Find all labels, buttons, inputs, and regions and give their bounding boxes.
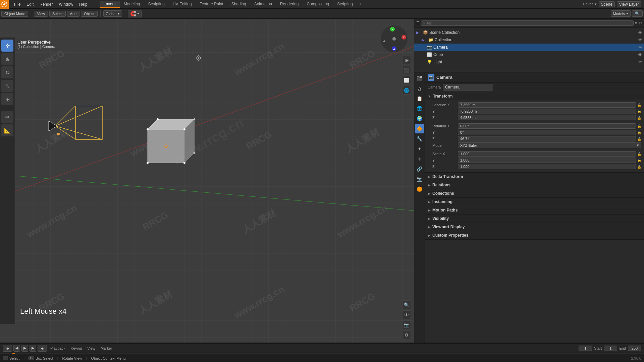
snap-toggle[interactable]: 🧲▾ (128, 10, 142, 17)
outliner-options-button[interactable]: ⚙ (638, 21, 642, 25)
shading-rendered[interactable]: 🌐 (402, 86, 411, 95)
menu-edit[interactable]: Edit (24, 1, 36, 7)
outliner-item-collection[interactable]: ▶ 📁 Collection 👁 (414, 36, 644, 44)
transform-orientation[interactable]: Global▾ (103, 10, 122, 17)
location-z-lock[interactable]: 🔒 (637, 116, 641, 120)
visibility-icon[interactable]: 👁 (638, 31, 642, 35)
menu-file[interactable]: File (11, 1, 23, 7)
prev-frame-button[interactable]: ◀ (13, 345, 20, 352)
scale-y-lock[interactable]: 🔒 (637, 159, 641, 162)
go-start-button[interactable]: ⏮ (3, 345, 12, 352)
material-props-button[interactable]: 🟠 (415, 184, 424, 194)
view-menu[interactable]: View (85, 346, 97, 351)
zoom-to-fit-button[interactable]: 🔍 (402, 300, 411, 309)
viewport-3d[interactable]: RRCG 人人素材 www.rrcg.cn RRCG 人人素材 www.rrcg… (0, 19, 414, 343)
object-props-button[interactable]: 🔶 (415, 124, 424, 133)
data-props-button[interactable]: 📷 (415, 174, 424, 184)
cursor-tool-button[interactable]: ✛ (1, 40, 13, 52)
particles-props-button[interactable]: ✦ (415, 144, 424, 154)
end-frame[interactable]: 250 (628, 346, 641, 351)
rotate-tool-button[interactable]: ↻ (1, 66, 13, 78)
visibility-icon-camera[interactable]: 👁 (638, 45, 642, 49)
next-frame-button[interactable]: ▶ (30, 345, 36, 352)
move-tool-button[interactable]: ⊕ (1, 53, 13, 65)
tab-sculpting[interactable]: Sculpting (144, 1, 169, 8)
location-y-lock[interactable]: 🔒 (637, 110, 641, 113)
add-menu[interactable]: Add (67, 11, 80, 17)
annotate-tool-button[interactable]: ✏ (1, 111, 13, 123)
outliner-item-camera[interactable]: 📷 Camera 👁 (414, 44, 644, 51)
axis-y-dot[interactable]: Y (390, 27, 395, 32)
measure-tool-button[interactable]: 📐 (1, 124, 13, 136)
mode-selector[interactable]: Object Mode (1, 11, 28, 17)
view-type-button[interactable]: ◉ (402, 56, 411, 64)
rotation-y-value[interactable]: 0° (458, 130, 636, 135)
add-workspace-button[interactable]: + (357, 1, 365, 8)
world-props-button[interactable]: 🌍 (415, 114, 424, 123)
delta-transform-header[interactable]: ▶ Delta Transform (425, 173, 644, 181)
viewport-shading[interactable]: Models▾ (611, 10, 631, 17)
object-name-input[interactable] (443, 84, 493, 90)
marker-menu[interactable]: Marker (99, 346, 114, 351)
toggle-visibility-button[interactable]: 👁 (402, 310, 411, 319)
go-end-button[interactable]: ⏭ (38, 345, 47, 352)
tab-rendering[interactable]: Rendering (276, 1, 303, 8)
search-button[interactable]: 🔍 (632, 10, 643, 17)
output-props-button[interactable]: 🖨 (415, 84, 424, 93)
outliner-item-light[interactable]: 💡 Light 👁 (414, 58, 644, 66)
menu-help[interactable]: Help (76, 1, 90, 7)
render-props-button[interactable]: 🎬 (415, 74, 424, 83)
custom-properties-header[interactable]: ▶ Custom Properties (425, 231, 644, 239)
outliner-item-cube[interactable]: ⬜ Cube 👁 (414, 51, 644, 58)
scale-z-lock[interactable]: 🔒 (637, 165, 641, 169)
select-menu[interactable]: Select (49, 11, 66, 17)
location-x-lock[interactable]: 🔒 (637, 103, 641, 107)
rotation-z-value[interactable]: 46.7° (458, 136, 636, 141)
visibility-icon-light[interactable]: 👁 (638, 60, 642, 64)
scale-x-value[interactable]: 1.000 (458, 151, 636, 157)
location-x-value[interactable]: 7.3589 m (458, 102, 636, 108)
axis-gizmo[interactable]: X Y Z -X (381, 25, 408, 52)
menu-window[interactable]: Window (56, 1, 76, 7)
camera-view-button[interactable]: 📷 (402, 320, 411, 329)
keying-menu[interactable]: Keying (69, 346, 84, 351)
tab-texture-paint[interactable]: Texture Paint (196, 1, 227, 8)
rotation-x-lock[interactable]: 🔒 (637, 124, 641, 128)
viewport-display-header[interactable]: ▶ Viewport Display (425, 223, 644, 231)
modifier-props-button[interactable]: 🔧 (415, 134, 424, 143)
scale-y-value[interactable]: 1.000 (458, 158, 636, 163)
shading-material[interactable]: ⬜ (402, 76, 411, 84)
transform-section-header[interactable]: ▼ Transform (425, 92, 644, 100)
relations-header[interactable]: ▶ Relations (425, 181, 644, 189)
physics-props-button[interactable]: ⚛ (415, 154, 424, 164)
scale-z-value[interactable]: 1.000 (458, 164, 636, 169)
properties-toggle-button[interactable]: ⚙ (402, 330, 411, 339)
scale-x-lock[interactable]: 🔒 (637, 152, 641, 156)
tab-modeling[interactable]: Modeling (120, 1, 144, 8)
shading-solid[interactable]: ⬛ (402, 66, 411, 74)
tab-layout[interactable]: Layout (100, 1, 120, 8)
tab-uv-editing[interactable]: UV Editing (169, 1, 196, 8)
menu-render[interactable]: Render (37, 1, 55, 7)
transform-tool-button[interactable]: ⊞ (1, 93, 13, 105)
rotation-y-lock[interactable]: 🔒 (637, 131, 641, 134)
location-y-value[interactable]: -6.9258 m (458, 109, 636, 114)
visibility-icon-collection[interactable]: 👁 (638, 38, 642, 42)
visibility-header[interactable]: ▶ Visibility (425, 215, 644, 223)
object-menu[interactable]: Object (81, 11, 98, 17)
outliner-search-input[interactable] (421, 20, 634, 26)
outliner-filter-button[interactable]: ▾ (635, 21, 637, 25)
playback-menu[interactable]: Playback (48, 346, 67, 351)
outliner-item-scene-collection[interactable]: ▶ 📦 Scene Collection 👁 (414, 29, 644, 36)
view-layer-selector[interactable]: View Layer (617, 1, 641, 7)
scene-selector[interactable]: Scene (599, 1, 615, 7)
visibility-icon-cube[interactable]: 👁 (638, 53, 642, 57)
rotation-x-value[interactable]: 63.6° (458, 123, 636, 129)
axis-x-neg-dot[interactable]: -X (382, 39, 386, 43)
axis-x-dot[interactable]: X (401, 35, 406, 40)
engine-selector[interactable]: Eevee ▾ (583, 2, 597, 6)
current-frame[interactable]: 1 (579, 346, 592, 351)
scene-props-button[interactable]: 🌐 (415, 104, 424, 113)
collections-header[interactable]: ▶ Collections (425, 189, 644, 197)
tab-shading[interactable]: Shading (227, 1, 250, 8)
